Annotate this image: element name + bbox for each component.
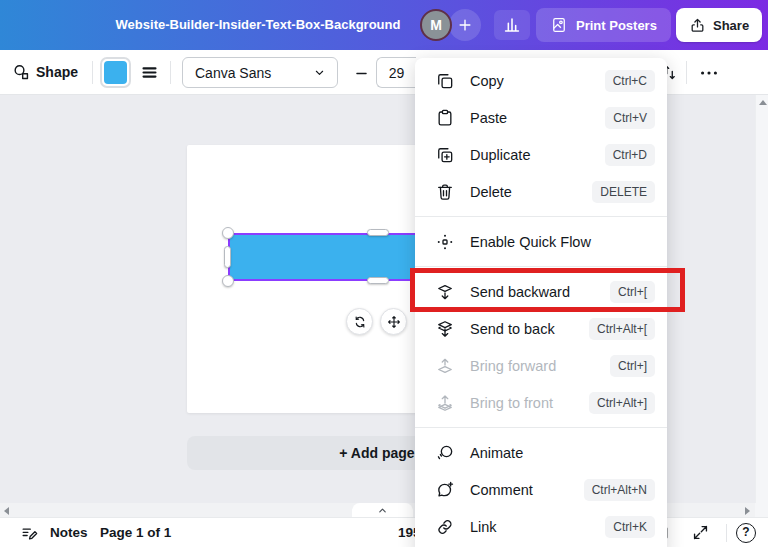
stroke-lines-icon <box>140 63 159 82</box>
link-icon <box>435 517 455 537</box>
fill-color-button[interactable] <box>100 57 131 88</box>
comment-icon <box>435 480 455 500</box>
menu-item-send-to-back[interactable]: Send to backCtrl+Alt+[ <box>415 310 667 347</box>
shortcut-badge: Ctrl+K <box>605 516 655 538</box>
resize-handle-top[interactable] <box>367 229 389 236</box>
shape-tool-icon <box>12 63 31 82</box>
menu-item-label: Link <box>470 519 590 535</box>
share-label: Share <box>713 18 749 33</box>
menu-item-label: Enable Quick Flow <box>470 234 655 250</box>
send-backward-icon <box>435 282 455 302</box>
send-to-back-icon <box>435 319 455 339</box>
help-icon[interactable]: ? <box>736 523 756 543</box>
paste-icon <box>435 108 455 128</box>
menu-item-bring-forward: Bring forwardCtrl+] <box>415 347 667 384</box>
menu-item-label: Bring to front <box>470 395 574 411</box>
menu-item-label: Send to back <box>470 321 574 337</box>
menu-item-label: Bring forward <box>470 358 595 374</box>
resize-handle-top-left[interactable] <box>222 227 234 239</box>
canva-editor-window: Website-Builder-Insider-Text-Box-Backgro… <box>0 0 768 547</box>
move-icon <box>386 314 402 330</box>
menu-item-label: Duplicate <box>470 147 590 163</box>
font-name: Canva Sans <box>195 65 271 81</box>
toolbar-divider <box>686 61 687 84</box>
quick-flow-icon <box>435 232 455 252</box>
menu-item-send-backward[interactable]: Send backwardCtrl+[ <box>415 273 667 310</box>
menu-item-label: Delete <box>470 184 577 200</box>
bar-chart-icon <box>501 14 523 36</box>
avatar[interactable]: M <box>420 9 452 41</box>
resize-handle-left[interactable] <box>224 246 231 268</box>
collapse-panel-tab[interactable] <box>352 503 413 517</box>
menu-item-paste[interactable]: PasteCtrl+V <box>415 99 667 136</box>
resize-handle-bottom-left[interactable] <box>222 275 234 287</box>
bring-forward-icon <box>435 356 455 376</box>
document-title[interactable]: Website-Builder-Insider-Text-Box-Backgro… <box>100 0 416 50</box>
menu-item-enable-quick-flow[interactable]: Enable Quick Flow <box>415 223 667 260</box>
shortcut-badge: Ctrl+] <box>610 355 655 377</box>
menu-separator <box>415 216 667 217</box>
toolbar-divider <box>92 61 93 84</box>
scroll-right-arrow-icon[interactable] <box>745 507 750 515</box>
more-options-button[interactable] <box>698 62 720 84</box>
animate-icon <box>435 443 455 463</box>
add-member-button[interactable] <box>449 9 481 41</box>
menu-item-duplicate[interactable]: DuplicateCtrl+D <box>415 136 667 173</box>
notes-icon <box>20 524 39 543</box>
duplicate-icon <box>435 145 455 165</box>
trash-icon <box>435 182 455 202</box>
toolbar-divider <box>170 61 171 84</box>
share-button[interactable]: Share <box>676 8 762 42</box>
menu-item-label: Send backward <box>470 284 595 300</box>
menu-item-delete[interactable]: DeleteDELETE <box>415 173 667 210</box>
scrollbar-corner <box>755 503 768 517</box>
shortcut-badge: Ctrl+C <box>605 70 655 92</box>
vertical-scrollbar[interactable] <box>755 95 768 503</box>
chevron-up-icon <box>376 504 389 517</box>
statusbar-divider <box>726 524 727 542</box>
top-bar: Website-Builder-Insider-Text-Box-Backgro… <box>0 0 768 50</box>
shortcut-badge: Ctrl+Alt+] <box>589 392 655 414</box>
ellipsis-icon <box>698 62 720 84</box>
font-size-input[interactable]: 29 <box>376 57 416 88</box>
scroll-left-arrow-icon[interactable] <box>4 507 9 515</box>
scroll-up-arrow-icon[interactable] <box>759 100 767 105</box>
print-posters-label: Print Posters <box>576 18 657 33</box>
shortcut-badge: Ctrl+Alt+[ <box>589 318 655 340</box>
shortcut-badge: Ctrl+[ <box>610 281 655 303</box>
stroke-style-button[interactable] <box>140 63 159 82</box>
shortcut-badge: Ctrl+D <box>605 144 655 166</box>
shape-label: Shape <box>36 50 78 95</box>
menu-item-animate[interactable]: Animate <box>415 434 667 471</box>
insights-button[interactable] <box>494 10 530 40</box>
resize-handle-bottom[interactable] <box>367 277 389 284</box>
add-page-label: + Add page <box>339 445 414 461</box>
font-family-select[interactable]: Canva Sans <box>182 57 338 88</box>
menu-separator <box>415 427 667 428</box>
poster-icon <box>550 16 568 34</box>
menu-item-label: Copy <box>470 73 590 89</box>
minus-icon <box>353 65 370 82</box>
rotate-icon <box>352 314 368 330</box>
menu-item-copy[interactable]: CopyCtrl+C <box>415 62 667 99</box>
rotate-button[interactable] <box>346 308 373 335</box>
plus-icon <box>456 16 474 34</box>
bring-to-front-icon <box>435 393 455 413</box>
context-menu: CopyCtrl+CPasteCtrl+VDuplicateCtrl+DDele… <box>415 58 667 547</box>
font-size-decrease-button[interactable] <box>350 62 372 84</box>
print-posters-button[interactable]: Print Posters <box>536 8 671 42</box>
move-button[interactable] <box>380 308 407 335</box>
menu-separator <box>415 266 667 267</box>
menu-item-link[interactable]: LinkCtrl+K <box>415 508 667 545</box>
notes-button[interactable]: Notes <box>50 518 88 547</box>
chevron-down-icon <box>312 65 327 80</box>
copy-icon <box>435 71 455 91</box>
menu-item-label: Comment <box>470 482 569 498</box>
menu-item-comment[interactable]: CommentCtrl+Alt+N <box>415 471 667 508</box>
page-indicator[interactable]: Page 1 of 1 <box>100 518 171 547</box>
fullscreen-icon[interactable] <box>691 523 710 542</box>
shortcut-badge: DELETE <box>592 181 655 203</box>
menu-item-label: Animate <box>470 445 655 461</box>
shortcut-badge: Ctrl+Alt+N <box>584 479 655 501</box>
share-icon <box>689 17 706 34</box>
